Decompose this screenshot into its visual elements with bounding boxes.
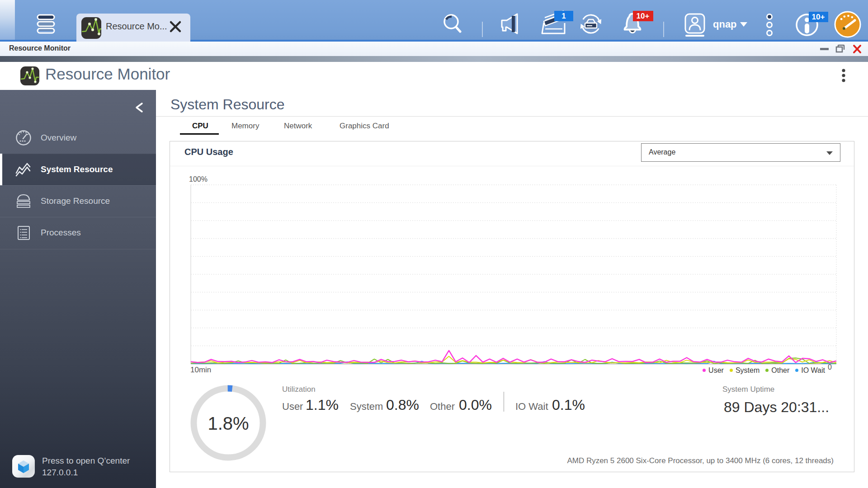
svg-text:10+: 10+ xyxy=(637,12,650,20)
svg-text:qnap: qnap xyxy=(713,19,737,30)
svg-text:10+: 10+ xyxy=(812,13,825,21)
svg-text:1: 1 xyxy=(561,12,566,20)
